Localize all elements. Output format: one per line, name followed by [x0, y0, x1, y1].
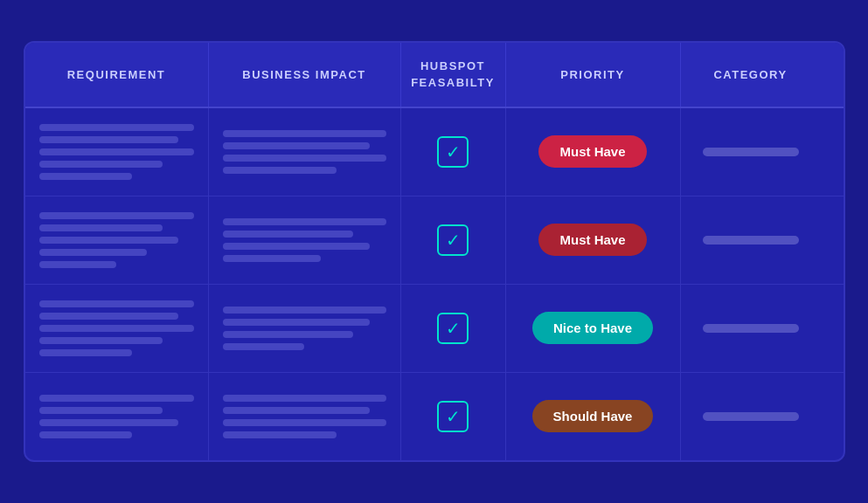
priority-cell-4: Should Have — [506, 373, 681, 460]
feasability-cell-1: ✓ — [401, 108, 506, 196]
header-hubspot-feasability: HUBSPOTFEASABILTY — [401, 43, 506, 106]
requirements-table: REQUIREMENT BUSINESS IMPACT HUBSPOTFEASA… — [24, 41, 845, 461]
requirement-cell-3 — [25, 285, 209, 372]
checkbox-2: ✓ — [437, 224, 469, 256]
business-impact-cell-1 — [209, 108, 401, 196]
priority-cell-3: Nice to Have — [506, 285, 681, 372]
category-cell-4 — [681, 373, 821, 460]
requirement-cell-2 — [25, 196, 209, 284]
table-row: ✓ Should Have — [25, 373, 844, 460]
header-priority: PRIORITY — [506, 43, 681, 106]
priority-badge-3: Nice to Have — [532, 312, 653, 344]
table-row: ✓ Must Have — [25, 108, 844, 196]
requirement-cell-1 — [25, 108, 209, 196]
header-business-impact: BUSINESS IMPACT — [209, 43, 401, 106]
feasability-cell-2: ✓ — [401, 196, 506, 284]
priority-badge-2: Must Have — [538, 224, 646, 256]
table-row: ✓ Nice to Have — [25, 285, 844, 373]
business-impact-cell-3 — [209, 285, 401, 372]
table-row: ✓ Must Have — [25, 196, 844, 285]
priority-cell-1: Must Have — [506, 108, 681, 196]
priority-badge-4: Should Have — [532, 400, 654, 432]
table-body: ✓ Must Have — [25, 108, 844, 460]
category-cell-3 — [681, 285, 821, 372]
business-impact-cell-2 — [209, 196, 401, 284]
header-requirement: REQUIREMENT — [25, 43, 209, 106]
priority-badge-1: Must Have — [538, 135, 646, 168]
priority-cell-2: Must Have — [506, 196, 681, 284]
header-category: CATEGORY — [681, 43, 821, 106]
table-header: REQUIREMENT BUSINESS IMPACT HUBSPOTFEASA… — [25, 43, 844, 107]
category-cell-2 — [681, 196, 821, 284]
checkbox-4: ✓ — [437, 401, 469, 432]
feasability-cell-4: ✓ — [401, 373, 506, 460]
feasability-cell-3: ✓ — [401, 285, 506, 372]
checkbox-3: ✓ — [437, 313, 469, 344]
requirement-cell-4 — [25, 373, 209, 460]
business-impact-cell-4 — [209, 373, 401, 460]
category-cell-1 — [681, 108, 821, 196]
checkbox-1: ✓ — [437, 136, 469, 168]
